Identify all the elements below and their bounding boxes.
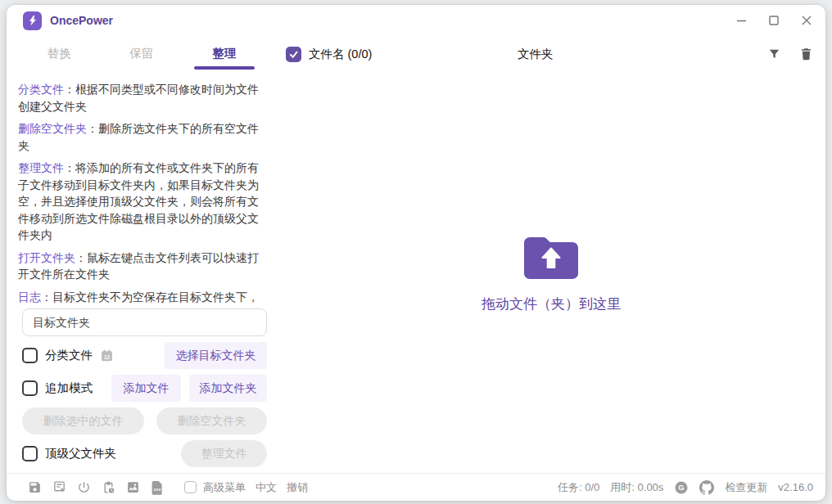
app-title: OncePower [50,14,113,27]
app-logo [23,11,42,30]
dropzone-hint: 拖动文件（夹）到这里 [482,295,621,313]
lightning-bolt-icon [27,15,38,26]
delete-selected-files-button[interactable]: 删除选中的文件 [22,407,144,434]
select-all-checkbox[interactable] [286,47,301,62]
svg-text:12: 12 [104,354,111,360]
top-parent-row: 顶级父文件夹 整理文件 [22,440,267,467]
statusbar-right: 任务: 0/0 用时: 0.00s G 检查更新 v2.16.0 [558,480,813,495]
folder-column-header: 文件夹 [518,47,554,62]
check-update-link[interactable]: 检查更新 [725,480,767,495]
task-count: 任务: 0/0 [558,480,599,495]
add-files-button[interactable]: 添加文件 [111,375,181,402]
file-dropzone[interactable]: 拖动文件（夹）到这里 [277,70,825,476]
save-icon[interactable] [28,480,42,494]
tab-organize[interactable]: 整理 [183,43,265,70]
minimize-button[interactable] [735,15,747,26]
export-list-icon[interactable] [52,480,66,494]
undo-button[interactable]: 撤销 [287,480,308,495]
tab-bar: 替换 保留 整理 [18,43,265,70]
organize-files-button[interactable]: 整理文件 [181,440,267,467]
folder-upload-icon [524,234,578,279]
help-desc: ：目标文件夹不为空保存在目标文件夹下， [41,290,259,304]
advanced-menu-label[interactable]: 高级菜单 [203,480,246,495]
append-mode-checkbox[interactable] [22,380,38,396]
gitee-icon[interactable]: G [674,480,689,495]
top-parent-checkbox[interactable] [22,446,38,461]
calendar-icon[interactable]: 12 [100,349,114,362]
tab-organize-label: 整理 [212,47,236,60]
csv-icon[interactable]: csv [151,480,164,495]
help-term: 分类文件 [18,83,64,96]
file-list-header: 文件名 (0/0) 文件夹 [282,43,825,65]
filter-icon[interactable] [767,47,781,61]
help-term: 删除空文件夹 [18,122,87,135]
tab-replace[interactable]: 替换 [18,43,101,70]
github-icon[interactable] [699,480,714,495]
trash-icon[interactable] [799,47,813,61]
add-folder-button[interactable]: 添加文件夹 [189,375,267,402]
language-toggle[interactable]: 中文 [255,480,277,495]
append-mode-row: 追加模式 添加文件 添加文件夹 [22,375,267,402]
help-item-delete-empty: 删除空文件夹：删除所选文件夹下的所有空文件夹 [18,120,268,154]
header-actions [767,47,813,61]
help-item-open-folder: 打开文件夹：鼠标左键点击文件列表可以快速打开文件所在文件夹 [18,250,268,283]
help-term: 整理文件 [18,161,64,174]
append-mode-label: 追加模式 [45,380,93,396]
delete-buttons-row: 删除选中的文件 删除空文件夹 [22,407,267,434]
help-item-log: 日志：目标文件夹不为空保存在目标文件夹下， [18,289,268,306]
clipboard-clock-icon[interactable] [102,480,115,494]
power-icon[interactable] [77,480,91,494]
titlebar: OncePower [7,5,825,36]
version-label: v2.16.0 [778,481,813,493]
classify-row: 分类文件 12 选择目标文件夹 [22,342,267,369]
window-controls [735,5,812,36]
target-folder-input[interactable] [22,308,267,336]
tab-replace-label: 替换 [47,47,71,60]
svg-text:csv: csv [154,487,161,492]
app-window: OncePower 替换 保留 整理 文件名 (0/0) 文件夹 [7,5,825,501]
svg-text:G: G [679,484,685,492]
filename-column-header: 文件名 (0/0) [309,47,372,62]
active-tab-indicator [194,66,255,70]
classify-checkbox[interactable] [22,348,38,363]
help-term: 日志 [18,290,41,304]
help-term: 打开文件夹 [18,251,75,264]
select-target-folder-button[interactable]: 选择目标文件夹 [165,342,267,369]
delete-empty-folders-button[interactable]: 删除空文件夹 [156,407,267,434]
help-panel: 分类文件：根据不同类型或不同修改时间为文件创建父文件夹 删除空文件夹：删除所选文… [18,81,268,311]
help-item-organize: 整理文件：将添加的所有文件或文件夹下的所有子文件移动到目标文件夹内，如果目标文件… [18,160,268,244]
help-item-classify: 分类文件：根据不同类型或不同修改时间为文件创建父文件夹 [18,81,268,115]
statusbar: csv 高级菜单 中文 撤销 任务: 0/0 用时: 0.00s G 检查更新 … [7,473,825,501]
tab-keep-label: 保留 [130,47,154,60]
elapsed-time: 用时: 0.00s [610,480,663,495]
classify-label: 分类文件 [45,348,93,363]
tab-keep[interactable]: 保留 [101,43,183,70]
top-parent-label: 顶级父文件夹 [45,446,116,461]
image-icon[interactable] [126,480,140,494]
control-panel: 分类文件 12 选择目标文件夹 追加模式 添加文件 添加文件夹 删除选中的文件 … [22,308,267,467]
maximize-button[interactable] [768,15,780,26]
close-button[interactable] [801,15,812,26]
advanced-menu-checkbox[interactable] [184,481,197,493]
